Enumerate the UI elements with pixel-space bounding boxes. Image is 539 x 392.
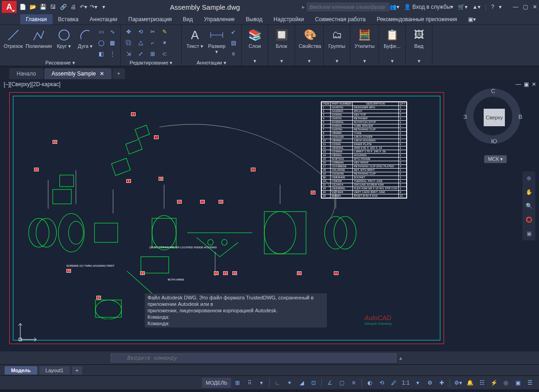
minimize-button[interactable]: —	[513, 4, 518, 10]
tool-copy-icon[interactable]: ⿻	[124, 38, 134, 48]
status-hwaccel-icon[interactable]: ⚡	[488, 378, 499, 388]
tool-erase-icon[interactable]: ✎	[160, 27, 170, 37]
layout-tab-new[interactable]: +	[72, 366, 82, 374]
tab-view[interactable]: Вид	[178, 14, 199, 24]
status-scale-drop-icon[interactable]: ▾	[412, 378, 423, 388]
tool-array-icon[interactable]: ⊞	[148, 49, 158, 59]
status-gear-icon[interactable]: ⚙	[424, 378, 435, 388]
tool-polyline[interactable]: Полилиния	[24, 27, 53, 50]
vp-close-icon[interactable]: ✕	[532, 81, 536, 88]
viewcube-w[interactable]: З	[463, 113, 467, 120]
viewcube-s[interactable]: Ю	[491, 138, 497, 145]
tool-table-icon[interactable]: ▤	[228, 38, 238, 48]
tool-trim-icon[interactable]: ✂	[148, 27, 158, 37]
nav-fullnav-icon[interactable]: ⊕	[524, 173, 534, 183]
qat-new-icon[interactable]: 📄	[18, 3, 27, 11]
tool-block[interactable]: 🔲Блок	[271, 27, 292, 50]
status-ortho-icon[interactable]: ∟	[272, 378, 283, 388]
panel-props-drop[interactable]: ▾	[298, 57, 320, 65]
tool-view[interactable]: 🖼Вид	[409, 27, 429, 50]
status-scale-button[interactable]: 1:1	[400, 378, 411, 388]
viewport-label[interactable]: [–][Сверху][2D-каркас]	[4, 81, 60, 88]
status-annovis-icon[interactable]: ✚	[436, 378, 447, 388]
status-lwt-icon[interactable]: ≡	[348, 378, 359, 388]
panel-annot-title[interactable]: Аннотации ▾	[184, 59, 238, 67]
exchange-icon[interactable]: 🛒▾	[458, 4, 468, 10]
tab-annotate[interactable]: Аннотации	[84, 14, 123, 24]
cmd-recent-icon[interactable]: ▴	[399, 355, 402, 361]
model-canvas[interactable]: ITEMPART NUMBERDESCRIPTIONQTY1GA43701DES…	[6, 89, 447, 347]
tool-ellipse-icon[interactable]: ◯	[96, 38, 107, 48]
status-polar-icon[interactable]: ✴	[284, 378, 295, 388]
tool-spline-icon[interactable]: ∿	[107, 27, 118, 37]
tool-rotate-icon[interactable]: ⟲	[136, 27, 146, 37]
command-input[interactable]	[111, 353, 397, 363]
status-transparency-icon[interactable]: ◐	[364, 378, 375, 388]
doc-tab-start[interactable]: Начало	[9, 68, 43, 79]
status-model-button[interactable]: МОДЕЛЬ	[202, 378, 231, 388]
viewcube-face[interactable]: Сверху	[484, 109, 505, 126]
panel-clip-drop[interactable]: ▾	[382, 57, 403, 65]
tool-props[interactable]: 🎨Свойства	[298, 27, 322, 50]
tab-output[interactable]: Вывод	[240, 14, 268, 24]
layout-tab-model[interactable]: Модель	[5, 366, 37, 374]
status-grid-icon[interactable]: ⊞	[232, 378, 243, 388]
viewcube-e[interactable]: В	[518, 113, 522, 120]
nav-pan-icon[interactable]: ✋	[524, 187, 534, 197]
autodesk-app-icon[interactable]: ▲▾	[472, 4, 480, 10]
tool-text[interactable]: AТекст ▾	[184, 27, 206, 50]
status-infer-icon[interactable]: ▾	[256, 378, 267, 388]
vp-min-icon[interactable]: —	[515, 81, 521, 88]
status-iso-icon[interactable]: ◢	[296, 378, 307, 388]
tool-rect-icon[interactable]: ▭	[96, 27, 107, 37]
nav-orbit-icon[interactable]: ⭕	[524, 215, 534, 225]
wcs-button[interactable]: МСК ▾	[484, 155, 507, 163]
nav-showmotion-icon[interactable]: ▣	[524, 228, 534, 239]
qat-plot-icon[interactable]: 🖨	[69, 3, 77, 11]
tab-addins[interactable]: Надстройки	[268, 14, 309, 24]
qat-open-icon[interactable]: 📂	[29, 3, 37, 11]
panel-utils-drop[interactable]: ▾	[353, 57, 376, 65]
ucs-icon[interactable]	[11, 321, 39, 344]
tab-insert[interactable]: Вставка	[53, 14, 84, 24]
tool-move-icon[interactable]: ✥	[124, 27, 134, 37]
drawing-area[interactable]: [–][Сверху][2D-каркас] — ▣ ✕ ITEMPART NU…	[0, 79, 539, 364]
tool-scale-icon[interactable]: ⤢	[136, 49, 146, 59]
search-input[interactable]	[307, 2, 390, 12]
qat-undo-icon[interactable]: ↶▾	[79, 3, 88, 11]
app-menu-button[interactable]: A	[2, 1, 17, 13]
tab-expander[interactable]: ▣▾	[462, 14, 481, 24]
status-snap-icon[interactable]: ⠿	[244, 378, 255, 388]
qat-save-icon[interactable]: 💾	[39, 3, 47, 11]
tool-point-icon[interactable]: ⋮	[107, 49, 118, 59]
doc-tab-active[interactable]: Assembly Sample✕	[44, 68, 112, 79]
doc-tab-close-icon[interactable]: ✕	[100, 70, 104, 77]
status-otrack-icon[interactable]: ∠	[324, 378, 335, 388]
viewcube-n[interactable]: С	[491, 88, 495, 94]
tool-layers[interactable]: 📚Слои	[244, 27, 265, 50]
status-clean-icon[interactable]: ▣	[512, 378, 523, 388]
tool-utils[interactable]: 🧮Утилиты	[353, 27, 376, 50]
maximize-button[interactable]: ▢	[523, 4, 528, 10]
vp-max-icon[interactable]: ▣	[524, 81, 529, 88]
panel-block-drop[interactable]: ▾	[271, 57, 292, 65]
tool-hatch-icon[interactable]: ▦	[107, 38, 118, 48]
help-button[interactable]: ?	[491, 4, 494, 10]
qat-webshare-icon[interactable]: 🔗	[59, 3, 67, 11]
tool-mtext-icon[interactable]: ≡	[228, 49, 238, 59]
status-custom-icon[interactable]: ☰	[524, 378, 535, 388]
tool-clip[interactable]: 📋Буфе...	[382, 27, 403, 50]
panel-groups-drop[interactable]: ▾	[326, 57, 347, 65]
status-cycling-icon[interactable]: ⟲	[376, 378, 387, 388]
viewcube[interactable]: Сверху С Ю З В	[465, 88, 521, 144]
tab-parametric[interactable]: Параметризация	[123, 14, 177, 24]
tool-arc[interactable]: Дуга ▾	[75, 27, 95, 50]
nav-zoom-icon[interactable]: 🔍	[524, 201, 534, 211]
tab-featured[interactable]: Рекомендованные приложения	[371, 14, 462, 24]
panel-view-drop[interactable]: ▾	[409, 57, 429, 65]
status-2dosnap-icon[interactable]: ▢	[336, 378, 347, 388]
tool-stretch-icon[interactable]: ⇲	[124, 49, 134, 59]
tool-explode-icon[interactable]: ✶	[160, 38, 170, 48]
signin-button[interactable]: 👤 Вход в службы▾	[404, 4, 453, 10]
panel-layers-drop[interactable]: ▾	[244, 57, 265, 65]
